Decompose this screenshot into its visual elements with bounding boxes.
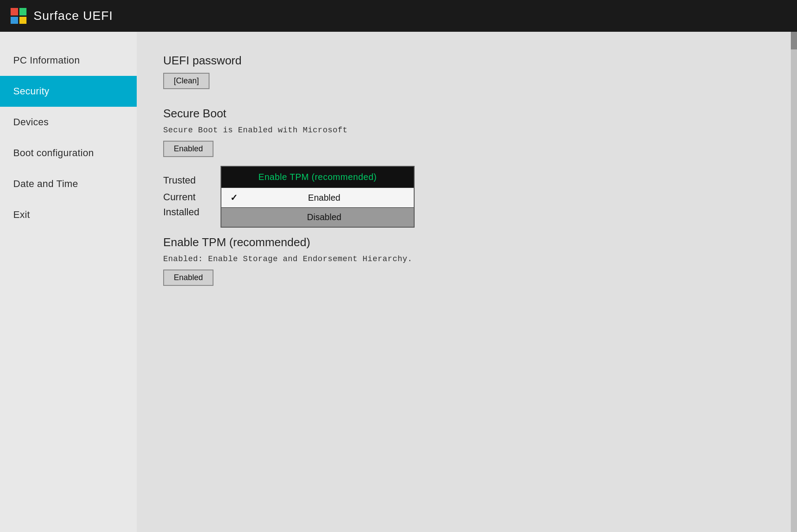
uefi-password-section: UEFI password [Clean] — [163, 54, 771, 89]
secure-boot-section: Secure Boot Secure Boot is Enabled with … — [163, 107, 771, 157]
tpm-section: Trusted Current Installed Enable TPM (re… — [163, 175, 771, 218]
enable-tpm-description: Enabled: Enable Storage and Endorsement … — [163, 255, 771, 263]
secure-boot-description: Secure Boot is Enabled with Microsoft — [163, 126, 771, 135]
content-area: UEFI password [Clean] Secure Boot Secure… — [137, 32, 797, 532]
sidebar-item-date-and-time[interactable]: Date and Time — [0, 169, 137, 199]
secure-boot-title: Secure Boot — [163, 107, 771, 120]
secure-boot-button[interactable]: Enabled — [163, 141, 213, 157]
scrollbar[interactable] — [791, 32, 797, 532]
tpm-option-disabled[interactable]: Disabled — [221, 207, 414, 227]
current-label: Current — [163, 191, 199, 203]
logo-red — [11, 8, 18, 15]
tpm-dropdown: Enable TPM (recommended) ✓ Enabled Disab… — [221, 166, 415, 228]
windows-logo — [11, 8, 26, 24]
enable-tpm-section: Enable TPM (recommended) Enabled: Enable… — [163, 236, 771, 286]
tpm-enabled-label: Enabled — [243, 193, 405, 203]
sidebar-item-exit[interactable]: Exit — [0, 199, 137, 230]
enable-tpm-button[interactable]: Enabled — [163, 270, 213, 286]
trusted-platform-labels: Trusted Current Installed — [163, 175, 199, 218]
main-layout: PC Information Security Devices Boot con… — [0, 32, 797, 532]
sidebar-item-security[interactable]: Security — [0, 76, 137, 107]
logo-blue — [11, 17, 18, 24]
installed-label: Installed — [163, 206, 199, 218]
logo-green — [19, 8, 27, 15]
enable-tpm-title: Enable TPM (recommended) — [163, 236, 771, 249]
sidebar-item-pc-information[interactable]: PC Information — [0, 45, 137, 76]
sidebar-item-devices[interactable]: Devices — [0, 107, 137, 138]
app-title: Surface UEFI — [34, 9, 113, 23]
tpm-dropdown-title: Enable TPM (recommended) — [221, 167, 414, 187]
header: Surface UEFI — [0, 0, 797, 32]
check-icon: ✓ — [230, 192, 243, 203]
sidebar: PC Information Security Devices Boot con… — [0, 32, 137, 532]
sidebar-item-boot-configuration[interactable]: Boot configuration — [0, 138, 137, 169]
logo-yellow — [19, 17, 27, 24]
uefi-password-button[interactable]: [Clean] — [163, 73, 210, 89]
trusted-label: Trusted — [163, 175, 199, 186]
tpm-disabled-label: Disabled — [243, 212, 405, 222]
scrollbar-thumb[interactable] — [791, 32, 797, 49]
tpm-option-enabled[interactable]: ✓ Enabled — [221, 187, 414, 207]
uefi-password-title: UEFI password — [163, 54, 771, 67]
